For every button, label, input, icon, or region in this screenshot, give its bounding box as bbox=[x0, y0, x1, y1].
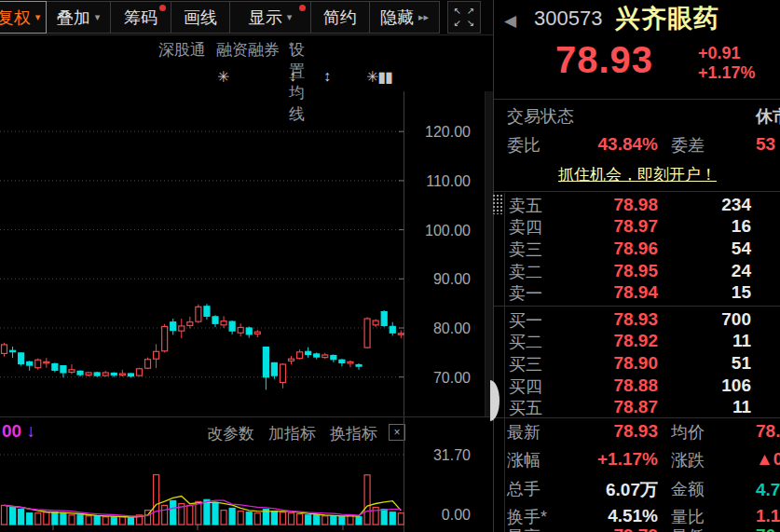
divider bbox=[494, 99, 780, 100]
chips-label: 筹码 bbox=[124, 7, 157, 29]
buy3-price: 78.90 bbox=[550, 353, 658, 374]
sell2-volume: 24 bbox=[667, 261, 751, 281]
notification-dot-icon bbox=[299, 5, 306, 11]
stock-name: 兴齐眼药 bbox=[615, 2, 719, 35]
sell3-price: 78.96 bbox=[550, 239, 658, 259]
overlay-label: 叠加 bbox=[57, 7, 90, 29]
chart-subbar: 深股通 融资融券 设置均线 ▾ bbox=[0, 39, 494, 61]
back-chevron-icon[interactable]: ◀ bbox=[504, 11, 516, 31]
avg-price-label: 均价 bbox=[671, 421, 705, 443]
svg-text:80.00: 80.00 bbox=[433, 321, 471, 336]
price-change: +0.91 +1.17% bbox=[698, 44, 756, 83]
fullscreen-button[interactable]: ↖↗↙↘ bbox=[447, 1, 481, 34]
notification-dot-icon bbox=[159, 5, 166, 11]
weibi-value: 43.84% bbox=[550, 134, 658, 155]
overlay-button[interactable]: 叠加 ▾ bbox=[46, 1, 111, 34]
pct-change-label: 涨幅 bbox=[507, 449, 541, 471]
double-right-arrow-icon: ▸▸ bbox=[418, 11, 429, 23]
draw-line-label: 画线 bbox=[184, 7, 217, 29]
buy-level-row: 买二 78.92 11 bbox=[494, 331, 780, 352]
chevron-down-icon: ▾ bbox=[95, 11, 101, 23]
latest-value: 78.93 bbox=[550, 421, 658, 442]
adjust-price-button[interactable]: 复权 ▾ bbox=[0, 1, 47, 34]
trade-status-row: 交易状态 休市 bbox=[494, 105, 780, 128]
chevron-down-icon: ▾ bbox=[35, 11, 41, 23]
svg-text:120.00: 120.00 bbox=[425, 124, 471, 140]
weicha-label: 委差 bbox=[671, 134, 705, 157]
buy2-label: 买二 bbox=[509, 331, 542, 353]
abs-change-label: 涨跌 bbox=[671, 449, 705, 471]
sell4-price: 78.97 bbox=[550, 216, 658, 237]
chips-button[interactable]: 筹码 bbox=[110, 1, 171, 34]
arrow-nw-icon: ↖ bbox=[454, 7, 461, 16]
high-label: 最高 bbox=[507, 525, 541, 532]
weicha-value: 53 bbox=[756, 134, 780, 155]
svg-text:0.00: 0.00 bbox=[442, 507, 471, 523]
chevron-down-icon: ▾ bbox=[287, 11, 293, 23]
shenzhen-connect-link[interactable]: 深股通 bbox=[158, 39, 206, 61]
high-value: 79.79 bbox=[550, 525, 658, 532]
sell1-price: 78.94 bbox=[550, 282, 658, 303]
low-value: 76.8 bbox=[756, 525, 780, 532]
volume-chart[interactable]: 31.700.00 bbox=[0, 417, 494, 532]
turnover-amount-label: 金额 bbox=[671, 478, 705, 500]
weibi-label: 委比 bbox=[507, 134, 541, 157]
arrow-sw-icon: ↙ bbox=[454, 19, 461, 28]
sell2-price: 78.95 bbox=[550, 261, 658, 281]
sun-icon[interactable]: ✳ bbox=[217, 68, 228, 86]
sell-level-row: 卖一 78.94 15 bbox=[494, 282, 780, 304]
simple-mode-button[interactable]: 简约 bbox=[310, 1, 370, 34]
open-account-ad-link[interactable]: 抓住机会，即刻开户！ bbox=[494, 164, 780, 185]
sell2-label: 卖二 bbox=[509, 261, 542, 283]
buy-level-row: 买三 78.90 51 bbox=[494, 353, 780, 375]
buy1-label: 买一 bbox=[509, 309, 542, 332]
total-volume-value: 6.07万 bbox=[550, 478, 658, 502]
buy-level-row: 买四 78.88 106 bbox=[494, 375, 780, 397]
draw-line-button[interactable]: 画线 bbox=[171, 1, 230, 34]
stock-app-window: 复权 ▾ 叠加 ▾ 筹码 画线 显示 ▾ 简约 隐藏 ▸▸ ↖↗↙↘ bbox=[0, 0, 780, 532]
display-button[interactable]: 显示 ▾ bbox=[229, 1, 311, 34]
stats-row: 最高 79.79 最低 76.8 bbox=[494, 525, 780, 532]
hide-button[interactable]: 隐藏 ▸▸ bbox=[369, 1, 440, 34]
buy2-volume: 11 bbox=[667, 331, 751, 351]
updown-arrow-icon[interactable]: ↕ bbox=[323, 68, 330, 85]
quote-panel: ◀ 300573 兴齐眼药 78.93 +0.91 +1.17% 交易状态 休市… bbox=[493, 0, 780, 532]
display-label: 显示 bbox=[249, 7, 282, 29]
buy3-volume: 51 bbox=[667, 353, 751, 374]
weibi-row: 委比 43.84% 委差 53 bbox=[494, 134, 780, 157]
buy4-volume: 106 bbox=[667, 375, 751, 396]
stats-row: 涨幅 +1.17% 涨跌 ▲0.9 bbox=[494, 449, 780, 471]
buy5-volume: 11 bbox=[667, 397, 751, 417]
sell-level-row: 卖四 78.97 16 bbox=[494, 216, 780, 238]
sell4-volume: 16 bbox=[667, 216, 751, 237]
buy-level-row: 买一 78.93 700 bbox=[494, 309, 780, 331]
divider bbox=[494, 191, 780, 192]
margin-trading-link[interactable]: 融资融券 bbox=[216, 39, 280, 61]
svg-text:31.70: 31.70 bbox=[433, 447, 471, 463]
volume-ratio-value: 1.1 bbox=[756, 506, 780, 526]
sell5-price: 78.98 bbox=[550, 195, 658, 215]
latest-label: 最新 bbox=[507, 421, 541, 443]
buy4-label: 买四 bbox=[509, 375, 542, 398]
candlestick-chart[interactable]: 120.00110.00100.0090.0080.0070.00 bbox=[0, 91, 494, 416]
indicator-cluster-icon[interactable]: ✳▮▮ bbox=[366, 68, 392, 86]
buy1-volume: 700 bbox=[667, 309, 751, 330]
svg-text:70.00: 70.00 bbox=[433, 370, 471, 386]
updown-arrow-icon[interactable]: ↕ bbox=[289, 68, 295, 85]
sell-level-row: 卖三 78.96 54 bbox=[494, 239, 780, 260]
stats-row: 总手 6.07万 金额 4.79亿 bbox=[494, 478, 780, 500]
sell5-volume: 234 bbox=[667, 195, 751, 215]
sell-level-row: 卖五 78.98 234 bbox=[494, 195, 780, 216]
svg-text:110.00: 110.00 bbox=[426, 173, 471, 189]
arrow-se-icon: ↘ bbox=[467, 19, 474, 28]
svg-text:100.00: 100.00 bbox=[425, 223, 471, 239]
sell5-label: 卖五 bbox=[509, 195, 542, 217]
buy4-price: 78.88 bbox=[550, 375, 658, 396]
chart-scrollbar[interactable] bbox=[485, 91, 493, 416]
drag-grip-icon[interactable] bbox=[492, 194, 504, 214]
low-label: 最低 bbox=[671, 525, 705, 532]
sell3-volume: 54 bbox=[667, 239, 751, 259]
divider bbox=[494, 306, 780, 307]
last-price: 78.93 bbox=[555, 39, 653, 81]
buy1-price: 78.93 bbox=[550, 309, 658, 330]
